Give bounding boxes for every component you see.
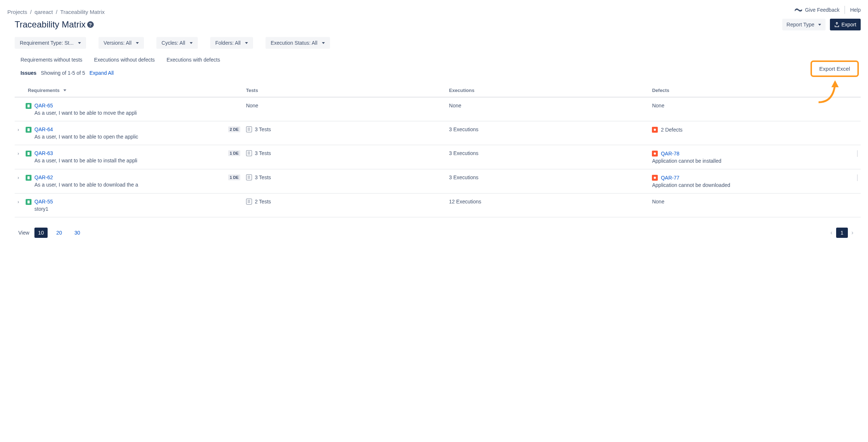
executions-count: 3 Executions: [446, 121, 649, 145]
requirement-description: As a user, I want to be able to download…: [34, 182, 148, 188]
chevron-down-icon: [136, 42, 139, 44]
help-link[interactable]: Help: [850, 7, 861, 13]
filter-cycles[interactable]: Cycles: All: [156, 37, 198, 49]
export-button[interactable]: Export: [830, 19, 861, 30]
link-executions-with-defects[interactable]: Executions with defects: [167, 57, 220, 63]
table-row: ›QAR-65As a user, I want to be able to m…: [15, 97, 861, 121]
tests-count: 2 Tests: [255, 199, 271, 205]
column-tests: Tests: [243, 84, 446, 97]
defects-count: 2 Defects: [661, 127, 682, 133]
divider: [857, 174, 858, 181]
defect-icon: [652, 151, 658, 156]
requirement-link[interactable]: QAR-55: [34, 199, 53, 205]
defect-icon: [652, 175, 658, 181]
requirement-description: As a user, I want to be able to move the…: [34, 110, 148, 116]
test-icon: [246, 199, 252, 205]
breadcrumb-project[interactable]: qareact: [34, 9, 53, 15]
filter-execution-status[interactable]: Execution Status: All: [266, 37, 330, 49]
breadcrumb: Projects / qareact / Traceability Matrix: [7, 6, 105, 15]
requirement-description: As a user, I want to be able to open the…: [34, 134, 148, 140]
link-requirements-without-tests[interactable]: Requirements without tests: [21, 57, 82, 63]
defect-description: Application cannot be downloaded: [652, 182, 730, 188]
test-icon: [246, 126, 252, 132]
executions-count: 3 Executions: [446, 145, 649, 169]
defects-none: None: [649, 194, 861, 217]
table-row: ›QAR-55story12 Tests12 ExecutionsNone: [15, 194, 861, 217]
table-row: ›QAR-631 DEAs a user, I want to be able …: [15, 145, 861, 169]
requirement-description: As a user, I want to be able to install …: [34, 158, 148, 163]
report-type-dropdown[interactable]: Report Type: [782, 19, 826, 30]
story-icon: [26, 199, 31, 205]
chevron-down-icon: [190, 42, 193, 44]
tests-count: 3 Tests: [255, 150, 271, 156]
story-icon: [26, 151, 31, 156]
traceability-table: Requirements Tests Executions Defects ›Q…: [15, 84, 861, 217]
requirement-description: story1: [34, 206, 148, 212]
give-feedback-link[interactable]: Give Feedback: [795, 7, 839, 13]
chevron-down-icon: [245, 42, 248, 44]
defect-link[interactable]: QAR-77: [661, 175, 679, 181]
expand-chevron[interactable]: ›: [18, 126, 23, 132]
tests-count: 3 Tests: [255, 126, 271, 132]
issues-label: Issues: [21, 70, 37, 76]
filter-requirement-type[interactable]: Requirement Type: St...: [15, 37, 86, 49]
requirement-link[interactable]: QAR-64: [34, 126, 53, 132]
pager-current[interactable]: 1: [836, 228, 848, 238]
page-size-20[interactable]: 20: [53, 228, 66, 238]
page-title: Traceability Matrix: [15, 19, 86, 30]
tests-count: 3 Tests: [255, 174, 271, 180]
defect-link[interactable]: QAR-78: [661, 151, 679, 156]
executions-count: 12 Executions: [446, 194, 649, 217]
story-icon: [26, 103, 31, 109]
test-icon: [246, 150, 252, 156]
requirement-link[interactable]: QAR-65: [34, 103, 53, 108]
expand-all-link[interactable]: Expand All: [89, 70, 114, 76]
page-size-10[interactable]: 10: [34, 228, 48, 238]
executions-count: 3 Executions: [446, 169, 649, 194]
de-badge: 1 DE: [228, 174, 240, 180]
requirement-link[interactable]: QAR-63: [34, 150, 53, 156]
breadcrumb-projects[interactable]: Projects: [7, 9, 27, 15]
pager-next[interactable]: ›: [852, 229, 853, 236]
help-icon[interactable]: ?: [87, 21, 94, 28]
column-requirements[interactable]: Requirements: [28, 88, 60, 93]
showing-text: Showing of 1-5 of 5: [41, 70, 85, 76]
de-badge: 2 DE: [228, 126, 240, 132]
page-size-30[interactable]: 30: [71, 228, 84, 238]
de-badge: 1 DE: [228, 150, 240, 156]
filter-versions[interactable]: Versions: All: [99, 37, 144, 49]
annotation-arrow: [815, 78, 848, 104]
table-row: ›QAR-642 DEAs a user, I want to be able …: [15, 121, 861, 145]
expand-chevron[interactable]: ›: [18, 199, 23, 205]
divider: [857, 150, 858, 157]
table-row: ›QAR-621 DEAs a user, I want to be able …: [15, 169, 861, 194]
chevron-down-icon: [818, 24, 821, 26]
link-executions-without-defects[interactable]: Executions without defects: [94, 57, 155, 63]
executions-count: None: [446, 97, 649, 121]
chevron-down-icon: [322, 42, 325, 44]
tests-none: None: [243, 97, 446, 121]
test-icon: [246, 174, 252, 180]
story-icon: [26, 127, 31, 133]
chevron-down-icon: [63, 89, 66, 91]
defect-icon: [652, 127, 658, 133]
story-icon: [26, 175, 31, 181]
filter-folders[interactable]: Folders: All: [210, 37, 253, 49]
export-excel-menuitem[interactable]: Export Excel: [810, 60, 859, 77]
defect-description: Application cannot be installed: [652, 158, 721, 164]
chevron-down-icon: [78, 42, 81, 44]
expand-chevron[interactable]: ›: [18, 174, 23, 180]
expand-chevron[interactable]: ›: [18, 150, 23, 156]
column-executions: Executions: [446, 84, 649, 97]
divider: [845, 6, 845, 14]
view-label: View: [18, 230, 29, 236]
pager-prev[interactable]: ‹: [831, 229, 832, 236]
breadcrumb-page[interactable]: Traceability Matrix: [60, 9, 105, 15]
export-icon: [834, 22, 839, 27]
requirement-link[interactable]: QAR-62: [34, 174, 53, 180]
feedback-icon: [795, 7, 802, 12]
